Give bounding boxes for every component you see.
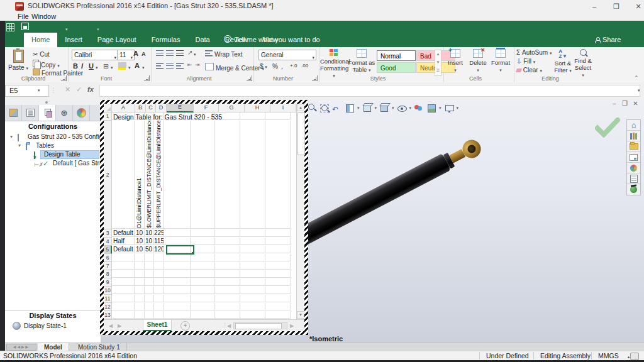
worksheet[interactable]: ABCDEFGHI12D1@LimitDistance1$LOWERLIMIT_… bbox=[104, 104, 304, 331]
underline-button[interactable]: U bbox=[89, 62, 94, 70]
tree-item-default-gas-strut-320-53[interactable]: ⊢✗✓Default [ Gas Strut 320 - 535 bbox=[5, 159, 101, 168]
column-header-B[interactable]: B bbox=[135, 104, 146, 112]
tab-configuration-manager[interactable] bbox=[39, 105, 56, 121]
column-header-H[interactable]: H bbox=[245, 104, 270, 112]
cell-B2[interactable]: D1@LimitDistance1 bbox=[135, 121, 145, 229]
align-right-icon[interactable] bbox=[176, 63, 184, 69]
hscroll-right-icon[interactable]: ▶ bbox=[290, 323, 294, 329]
grow-font-button[interactable]: A bbox=[133, 50, 138, 57]
cell-E4[interactable] bbox=[164, 238, 191, 245]
row-header-7[interactable]: 7 bbox=[104, 262, 112, 270]
design-table-ole[interactable]: ABCDEFGHI12D1@LimitDistance1$LOWERLIMIT_… bbox=[100, 100, 308, 335]
cell-I10[interactable] bbox=[265, 287, 291, 294]
cell-F7[interactable] bbox=[191, 262, 215, 270]
cell-I9[interactable] bbox=[265, 278, 291, 286]
fill-color-dropdown-icon[interactable]: ▾ bbox=[128, 65, 131, 70]
section-view-icon[interactable] bbox=[345, 103, 355, 113]
worksheet-grid[interactable]: ABCDEFGHI12D1@LimitDistance1$LOWERLIMIT_… bbox=[104, 104, 296, 319]
conditional-formatting-button[interactable]: ConditionalFormatting ▾ bbox=[320, 49, 348, 78]
tree-item-tables[interactable]: ▾Tables bbox=[5, 141, 101, 150]
cell-D12[interactable] bbox=[154, 303, 164, 310]
cell-D13[interactable] bbox=[154, 311, 164, 319]
cell-I2[interactable] bbox=[265, 121, 291, 229]
wrap-text-button[interactable]: Wrap Text bbox=[205, 50, 243, 58]
ribbon-tab-insert[interactable]: Insert bbox=[57, 33, 90, 47]
cell-I4[interactable] bbox=[265, 238, 291, 245]
format-as-table-button[interactable]: Format asTable ▾ bbox=[348, 49, 375, 78]
clipboard-dialog-launcher[interactable] bbox=[61, 75, 67, 81]
scroll-down-icon[interactable]: ▼ bbox=[297, 311, 304, 319]
cell-D3[interactable]: 225 bbox=[154, 229, 164, 237]
cell-D6[interactable] bbox=[154, 254, 164, 261]
tab-feature-manager[interactable] bbox=[5, 105, 22, 121]
cell-H10[interactable] bbox=[240, 287, 265, 294]
font-family-combo[interactable]: Calibri▾ bbox=[72, 50, 118, 60]
sheet-next-icon[interactable]: ▶ bbox=[118, 323, 121, 329]
cell-C11[interactable] bbox=[145, 295, 154, 302]
cell-H11[interactable] bbox=[240, 295, 265, 302]
cell-F3[interactable] bbox=[191, 229, 215, 237]
name-box-dropdown-icon[interactable]: ▾ bbox=[38, 88, 40, 93]
currency-button[interactable]: $ ▾ bbox=[260, 63, 267, 70]
cell-A3[interactable]: Default bbox=[112, 229, 135, 237]
cell-G10[interactable] bbox=[215, 287, 240, 294]
cell-I3[interactable] bbox=[265, 229, 291, 237]
select-all-corner[interactable] bbox=[104, 104, 112, 112]
ribbon-tab-home[interactable]: Home bbox=[24, 33, 57, 47]
cell-B10[interactable] bbox=[135, 287, 145, 294]
sheet-prev-icon[interactable]: ◀ bbox=[109, 323, 113, 329]
view-settings-icon[interactable] bbox=[444, 103, 454, 113]
cell-B12[interactable] bbox=[135, 303, 145, 310]
cell-D5[interactable]: 120 bbox=[154, 246, 164, 253]
cell-G3[interactable] bbox=[215, 229, 240, 237]
undo-icon[interactable]: ↶ bbox=[57, 2, 63, 10]
cell-G6[interactable] bbox=[215, 254, 240, 261]
cell-H13[interactable] bbox=[240, 311, 265, 319]
ribbon-tab-formulas[interactable]: Formulas bbox=[144, 33, 188, 47]
doc-restore-icon[interactable]: ❐ bbox=[619, 100, 630, 107]
cell-G12[interactable] bbox=[215, 303, 240, 310]
view-palette-icon[interactable] bbox=[627, 152, 640, 163]
cell-C8[interactable] bbox=[145, 270, 154, 278]
doc-minimize-icon[interactable]: – bbox=[609, 100, 619, 107]
cell-B7[interactable] bbox=[135, 262, 145, 270]
units-selector[interactable]: MMGS▴ bbox=[591, 352, 630, 359]
cell-I8[interactable] bbox=[265, 270, 291, 278]
column-header-A[interactable]: A bbox=[112, 104, 135, 112]
borders-dropdown-icon[interactable]: ▾ bbox=[111, 65, 113, 70]
tree-item-gas-strut-320-535-config[interactable]: ▾Gas Strut 320 - 535 Configuration(s) bbox=[5, 133, 101, 141]
find-select-button[interactable]: Find &Select ▾ bbox=[573, 49, 593, 78]
clear-button[interactable]: Clear ▾ bbox=[516, 67, 542, 74]
ribbon-tab-page-layout[interactable]: Page Layout bbox=[90, 33, 144, 47]
view-orientation-dropdown-icon[interactable]: ▾ bbox=[375, 106, 377, 111]
cell-B13[interactable] bbox=[135, 311, 145, 319]
cell-F6[interactable] bbox=[191, 254, 215, 261]
align-top-icon[interactable] bbox=[156, 50, 164, 57]
cell-F10[interactable] bbox=[191, 287, 215, 294]
cell-E12[interactable] bbox=[164, 303, 191, 310]
cell-B8[interactable] bbox=[135, 270, 145, 278]
increase-decimal-button[interactable]: +.0 bbox=[290, 63, 297, 69]
cell-I11[interactable] bbox=[265, 295, 291, 302]
cell-F9[interactable] bbox=[191, 278, 215, 286]
orientation-icon[interactable]: ↗ bbox=[187, 49, 192, 56]
view-orientation-icon[interactable] bbox=[362, 103, 372, 113]
cell-I7[interactable] bbox=[265, 262, 291, 270]
column-header-E[interactable]: E bbox=[167, 104, 194, 112]
cell-H6[interactable] bbox=[240, 254, 265, 261]
cell-F12[interactable] bbox=[191, 303, 215, 310]
cell-C5[interactable]: 50 bbox=[145, 246, 154, 253]
cell-B11[interactable] bbox=[135, 295, 145, 302]
italic-button[interactable]: I bbox=[81, 62, 83, 70]
display-style-icon[interactable] bbox=[379, 103, 389, 113]
apply-scene-dropdown-icon[interactable]: ▾ bbox=[439, 106, 441, 111]
tab-nav-buttons[interactable]: ◀◀▶▶ bbox=[6, 344, 36, 351]
tree-item-design-table[interactable]: Design Table bbox=[5, 150, 101, 159]
fill-handle[interactable] bbox=[192, 252, 194, 255]
cell-F13[interactable] bbox=[191, 311, 215, 319]
cell-C12[interactable] bbox=[145, 303, 154, 310]
cell-H9[interactable] bbox=[240, 278, 265, 286]
zoom-area-icon[interactable] bbox=[319, 103, 330, 113]
cell-H3[interactable] bbox=[240, 229, 265, 237]
cell-A8[interactable] bbox=[112, 270, 135, 278]
